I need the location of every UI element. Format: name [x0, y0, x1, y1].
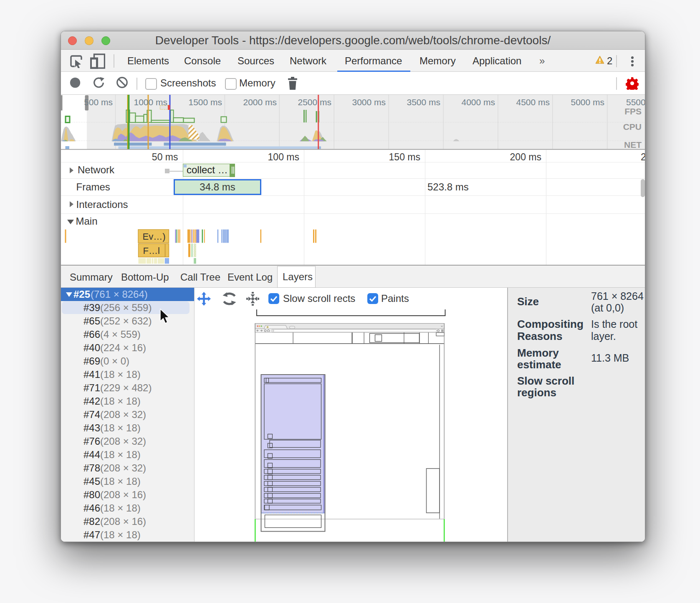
svg-text:F…l: F…l	[143, 246, 160, 256]
svg-text:Ev…): Ev…)	[143, 231, 166, 242]
